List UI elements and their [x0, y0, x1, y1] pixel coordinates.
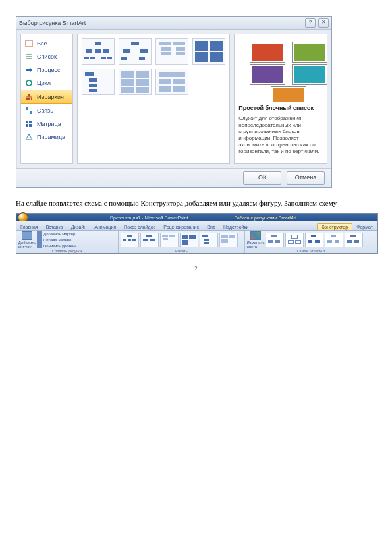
category-pyramid[interactable]: Пирамида	[21, 131, 72, 144]
category-all[interactable]: Все	[21, 37, 72, 50]
svg-rect-15	[29, 121, 32, 123]
layout-thumb[interactable]	[119, 38, 152, 65]
rtl-icon	[37, 237, 42, 243]
svg-point-5	[26, 80, 32, 86]
smartart-dialog: Выбор рисунка SmartArt ? ✕ Все Список	[16, 16, 331, 187]
preview-block	[250, 42, 285, 62]
layout-option[interactable]	[140, 233, 159, 247]
layout-thumb[interactable]	[82, 38, 115, 65]
app-titlebar: Презентация1 - Microsoft PowerPoint Рабо…	[16, 214, 377, 221]
category-list-item[interactable]: Список	[21, 50, 72, 63]
app-title: Презентация1 - Microsoft PowerPoint	[110, 216, 188, 220]
tab-animation[interactable]: Анимация	[90, 224, 120, 230]
create-options: Добавить маркер Справа налево Понизить у…	[37, 231, 76, 248]
ok-button[interactable]: ОК	[243, 171, 281, 185]
category-label: Список	[37, 53, 57, 60]
add-shape-button[interactable]: Добавить фигуру	[18, 231, 36, 248]
style-option[interactable]	[325, 233, 343, 247]
svg-rect-6	[28, 94, 30, 96]
category-relationship[interactable]: Связь	[21, 104, 72, 117]
category-label: Все	[37, 40, 47, 47]
layout-option[interactable]	[200, 233, 218, 247]
tab-format[interactable]: Формат	[352, 224, 377, 230]
help-button[interactable]: ?	[305, 18, 316, 28]
cycle-icon	[25, 79, 33, 87]
group-label: Стили SmartArt	[247, 248, 375, 253]
category-cycle[interactable]: Цикл	[21, 76, 72, 90]
context-title: Работа с рисунками SmartArt	[235, 216, 297, 220]
layout-option[interactable]	[121, 233, 139, 247]
window-control-buttons: ? ✕	[305, 18, 329, 28]
tab-insert[interactable]: Вставка	[42, 224, 67, 230]
preview-title: Простой блочный список	[238, 105, 323, 111]
caption-text: На слайде появляется схема с помощью Кон…	[16, 199, 378, 207]
tab-addins[interactable]: Надстройки	[219, 224, 252, 230]
category-process[interactable]: Процесс	[21, 63, 72, 76]
page-number: 2	[0, 265, 392, 272]
layout-thumb[interactable]	[192, 38, 225, 65]
all-icon	[25, 40, 33, 47]
layout-option[interactable]	[160, 233, 179, 247]
category-list: Все Список Процесс Цикл Иерархия	[20, 34, 73, 164]
svg-marker-18	[26, 134, 32, 140]
layout-thumb[interactable]	[155, 38, 188, 65]
category-label: Цикл	[37, 80, 51, 86]
bullet-icon	[37, 231, 42, 237]
tab-constructor[interactable]: Конструктор	[317, 223, 352, 230]
tab-design[interactable]: Дизайн	[67, 224, 91, 230]
category-label: Связь	[37, 107, 53, 114]
category-label: Матрица	[37, 121, 61, 127]
relationship-icon	[25, 107, 33, 115]
svg-rect-14	[26, 121, 28, 123]
dialog-title: Выбор рисунка SmartArt	[19, 20, 86, 26]
add-bullet-button[interactable]: Добавить маркер	[37, 231, 76, 237]
style-option[interactable]	[305, 233, 323, 247]
preview-description: Служит для отображения непоследовательны…	[238, 115, 323, 155]
svg-rect-16	[26, 124, 28, 127]
group-label: Создать рисунок	[18, 248, 116, 253]
group-label: Макеты	[121, 248, 242, 253]
category-hierarchy[interactable]: Иерархия	[21, 90, 72, 104]
layout-thumb[interactable]	[155, 69, 188, 95]
ribbon-group-styles: Изменить цвета Стили SmartArt	[245, 231, 377, 253]
dialog-body: Все Список Процесс Цикл Иерархия	[16, 30, 331, 168]
preview-panel: Простой блочный список Служит для отобра…	[234, 34, 327, 164]
process-icon	[25, 66, 33, 74]
layout-option[interactable]	[180, 233, 198, 247]
svg-rect-7	[26, 98, 28, 100]
style-option[interactable]	[285, 233, 304, 247]
pyramid-icon	[25, 133, 33, 141]
style-option[interactable]	[345, 233, 363, 247]
change-colors-button[interactable]: Изменить цвета	[247, 231, 264, 248]
preview-block	[250, 65, 285, 84]
style-option[interactable]	[266, 233, 284, 247]
ribbon-tabs: Главная Вставка Дизайн Анимация Показ сл…	[16, 221, 377, 231]
layout-thumb[interactable]	[82, 69, 115, 95]
close-button[interactable]: ✕	[318, 18, 329, 28]
dialog-frame: Выбор рисунка SmartArt ? ✕ Все Список	[16, 16, 332, 188]
layout-thumb[interactable]	[119, 69, 152, 95]
tab-home[interactable]: Главная	[16, 224, 42, 230]
preview-block	[293, 65, 327, 84]
list-icon	[25, 53, 33, 61]
hierarchy-icon	[25, 93, 33, 101]
category-matrix[interactable]: Матрица	[21, 117, 72, 131]
change-colors-icon	[250, 231, 261, 240]
category-label: Иерархия	[37, 94, 64, 100]
tab-review[interactable]: Рецензирование	[159, 224, 203, 230]
add-shape-icon	[22, 231, 32, 240]
rtl-button[interactable]: Справа налево	[37, 237, 76, 243]
dialog-titlebar: Выбор рисунка SmartArt ? ✕	[16, 17, 331, 30]
tab-view[interactable]: Вид	[203, 224, 219, 230]
svg-rect-9	[31, 98, 32, 100]
dialog-footer: ОК Отмена	[16, 168, 331, 187]
svg-marker-4	[26, 67, 32, 73]
svg-rect-0	[26, 40, 32, 47]
tab-slideshow[interactable]: Показ слайдов	[120, 224, 159, 230]
svg-rect-12	[26, 107, 28, 110]
cancel-button[interactable]: Отмена	[287, 171, 325, 185]
preview-block	[271, 87, 306, 103]
layout-gallery	[77, 34, 230, 164]
svg-rect-8	[28, 98, 30, 100]
layout-option[interactable]	[219, 233, 238, 247]
